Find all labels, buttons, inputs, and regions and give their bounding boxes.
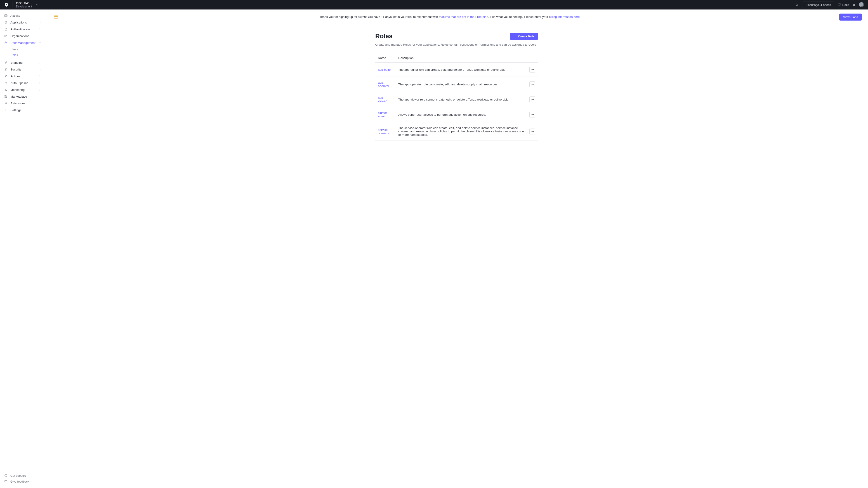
lock-icon: [4, 27, 8, 31]
user-avatar[interactable]: [859, 2, 864, 7]
sidebar-nav: Activity Applications Authentication Org…: [0, 9, 45, 470]
svg-rect-14: [54, 15, 58, 19]
brand-logo[interactable]: [4, 2, 8, 7]
sidebar-item-roles[interactable]: Roles: [0, 52, 45, 58]
content: Roles Create Role Create and manage Role…: [371, 33, 542, 154]
sidebar-item-actions[interactable]: Actions: [0, 73, 45, 79]
branding-icon: [4, 61, 8, 64]
col-name: Name: [375, 54, 396, 63]
sidebar-item-label: Activity: [10, 14, 20, 18]
role-link[interactable]: app-operator: [378, 81, 389, 88]
banner-link-features[interactable]: features that are not in the Free plan: [439, 15, 488, 19]
pipeline-icon: [4, 81, 8, 85]
marketplace-icon: [4, 95, 8, 98]
role-name-cell: app-viewer: [375, 92, 396, 107]
banner-link-billing[interactable]: billing information here: [549, 15, 580, 19]
create-role-button[interactable]: Create Role: [510, 33, 538, 40]
svg-point-22: [531, 99, 532, 100]
sidebar-item-activity[interactable]: Activity: [0, 12, 45, 19]
sidebar-item-label: Extensions: [10, 102, 25, 105]
sidebar-item-organizations[interactable]: Organizations: [0, 33, 45, 39]
role-link[interactable]: cluster-admin: [378, 111, 388, 118]
sidebar-footer: Get support Give feedback: [0, 470, 45, 488]
role-actions-cell: [527, 92, 538, 107]
svg-point-24: [533, 99, 534, 100]
shield-icon: [4, 68, 8, 71]
chevron-right-icon: [39, 22, 41, 24]
chevron-right-icon: [39, 68, 41, 70]
search-icon[interactable]: [795, 3, 799, 6]
topbar-right: Discuss your needs Docs: [795, 2, 864, 8]
topbar: tanzu-xyz Development Discuss your needs…: [0, 0, 868, 9]
role-link[interactable]: app-viewer: [378, 96, 387, 103]
sidebar-item-label: Branding: [10, 61, 23, 64]
table-row: cluster-adminAllows super-user access to…: [375, 107, 538, 122]
tenant-name: tanzu-xyz: [16, 1, 32, 4]
role-link[interactable]: service-operator: [378, 128, 389, 135]
banner-text-b: . Like what you're seeing? Please enter …: [488, 15, 549, 19]
discuss-needs-button[interactable]: Discuss your needs: [802, 2, 834, 8]
role-description-cell: The app-operator role can create, edit, …: [396, 77, 527, 92]
row-actions-button[interactable]: [529, 129, 535, 134]
svg-point-19: [531, 84, 532, 85]
sidebar-item-authentication[interactable]: Authentication: [0, 26, 45, 33]
sidebar-item-marketplace[interactable]: Marketplace: [0, 93, 45, 100]
role-link[interactable]: app-editor: [378, 68, 392, 71]
sidebar-item-user-management[interactable]: User Management: [0, 39, 45, 46]
chevron-right-icon: [39, 28, 41, 30]
sidebar-item-monitoring[interactable]: Monitoring: [0, 86, 45, 93]
svg-rect-4: [6, 35, 7, 37]
card-icon: [52, 15, 61, 19]
svg-point-30: [533, 131, 534, 132]
sidebar-item-branding[interactable]: Branding: [0, 59, 45, 66]
sidebar-item-label: Organizations: [10, 34, 29, 38]
tenant-selector[interactable]: tanzu-xyz Development: [16, 1, 38, 8]
sidebar-item-security[interactable]: Security: [0, 66, 45, 73]
row-actions-button[interactable]: [529, 96, 535, 102]
table-header-row: Name Description: [375, 54, 538, 63]
chevron-right-icon: [39, 62, 41, 64]
role-description-cell: The service-operator role can create, ed…: [396, 122, 527, 141]
sidebar-item-users[interactable]: Users: [0, 46, 45, 52]
roles-table: Name Description app-editorThe app-edito…: [375, 54, 538, 141]
svg-rect-2: [5, 29, 7, 30]
get-support-link[interactable]: Get support: [0, 473, 45, 479]
view-plans-button[interactable]: View Plans: [839, 13, 862, 21]
row-actions-button[interactable]: [529, 67, 535, 72]
docs-label: Docs: [842, 3, 849, 6]
svg-point-6: [6, 42, 7, 43]
users-icon: [4, 41, 8, 44]
role-actions-cell: [527, 63, 538, 77]
svg-point-25: [531, 114, 532, 115]
sidebar-submenu-user-management: Users Roles: [0, 46, 45, 59]
sidebar-item-settings[interactable]: Settings: [0, 107, 45, 113]
svg-point-26: [532, 114, 533, 115]
sidebar-item-auth-pipeline[interactable]: Auth Pipeline: [0, 79, 45, 86]
role-actions-cell: [527, 122, 538, 141]
sidebar-item-label: Settings: [10, 108, 22, 112]
tenant-env: Development: [16, 5, 32, 8]
sidebar-item-applications[interactable]: Applications: [0, 19, 45, 26]
row-actions-button[interactable]: [529, 81, 535, 87]
docs-link[interactable]: Docs: [837, 3, 849, 7]
svg-point-0: [796, 4, 798, 5]
sidebar-item-extensions[interactable]: Extensions: [0, 100, 45, 107]
role-name-cell: app-operator: [375, 77, 396, 92]
give-feedback-link[interactable]: Give feedback: [0, 479, 45, 484]
svg-point-5: [5, 41, 6, 42]
page-title: Roles: [375, 33, 393, 40]
help-icon: [4, 474, 8, 477]
role-description-cell: The app-viewer role cannot create, edit,…: [396, 92, 527, 107]
role-actions-cell: [527, 107, 538, 122]
applications-icon: [4, 21, 8, 24]
notifications-icon[interactable]: [852, 3, 856, 6]
sidebar-item-label: Authentication: [10, 28, 30, 31]
topbar-left: tanzu-xyz Development: [4, 1, 795, 8]
chevron-down-icon: [36, 4, 38, 6]
sidebar-item-label: Monitoring: [10, 88, 25, 92]
row-actions-button[interactable]: [529, 111, 535, 118]
svg-rect-3: [5, 35, 6, 37]
organizations-icon: [4, 34, 8, 38]
topbar-divider: [12, 2, 12, 7]
sidebar-item-label: Actions: [10, 74, 20, 78]
